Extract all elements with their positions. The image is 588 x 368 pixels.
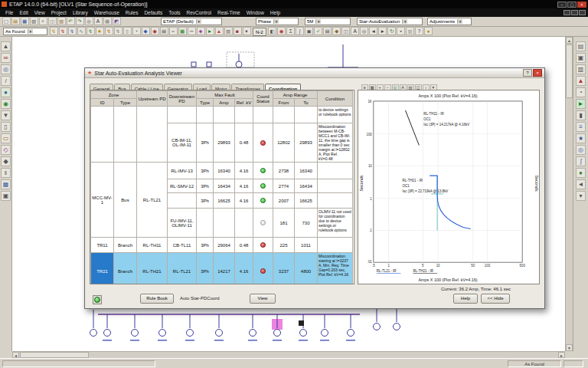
reliability-icon[interactable]: ◔ xyxy=(132,27,141,35)
table-cell[interactable]: 225 xyxy=(273,238,295,253)
rule-book-button[interactable]: Rule Book xyxy=(140,294,174,304)
vertical-scrollbar[interactable]: ▲ ▼ xyxy=(565,37,573,351)
refresh-icon[interactable]: ↻ xyxy=(387,27,396,35)
cell-zone-type[interactable]: Bus xyxy=(114,163,137,238)
table-cell[interactable]: 12802 xyxy=(273,123,295,163)
column-header-from[interactable]: From xyxy=(273,99,295,107)
cell-zone-id[interactable]: TR11 xyxy=(91,238,114,253)
short-circuit-icon[interactable]: ↯ xyxy=(59,27,67,35)
horizontal-scroll-thumb[interactable] xyxy=(20,352,89,358)
device-settings-icon[interactable]: ▣ xyxy=(305,27,313,35)
column-header-upstream-pd[interactable]: Upstream PD xyxy=(137,91,168,107)
table-cell[interactable]: 14217 xyxy=(214,253,235,285)
generator-element-icon[interactable]: ◉ xyxy=(1,99,11,109)
cable-element-icon[interactable]: / xyxy=(1,76,11,86)
hide-button[interactable]: << Hide xyxy=(481,294,510,304)
run-analysis-icon[interactable]: ► xyxy=(576,99,586,109)
cell-coord-status[interactable] xyxy=(253,209,273,238)
table-cell[interactable]: 3Ph xyxy=(197,163,214,179)
revision-combo[interactable]: As Found ▾ xyxy=(3,28,47,35)
sequence-viewer-icon[interactable]: ≡ xyxy=(576,122,586,132)
rule-check-icon[interactable]: ✓ xyxy=(314,27,322,35)
dialog-help-icon[interactable]: ? xyxy=(523,69,532,77)
table-cell[interactable]: 29893 xyxy=(295,123,318,163)
close-icon[interactable]: × xyxy=(577,2,586,8)
column-header-to[interactable]: To xyxy=(295,99,318,107)
capacitor-element-icon[interactable]: ‖ xyxy=(1,168,11,178)
pin-icon[interactable]: ● xyxy=(424,27,433,35)
cell-coord-status[interactable] xyxy=(253,123,273,163)
display-options-icon[interactable]: ◧ xyxy=(268,27,276,35)
table-cell[interactable]: 3Ph xyxy=(197,123,214,163)
column-header-max-fault[interactable]: Max Fault xyxy=(197,91,253,99)
cell-downstream-pd[interactable]: RL-IMV-13 xyxy=(168,163,197,179)
composite-network-icon[interactable]: ▦ xyxy=(1,179,11,189)
cell-coord-status[interactable] xyxy=(253,193,273,209)
cut-icon[interactable]: × xyxy=(39,17,47,25)
table-row-tr11[interactable]: TR11BranchRL-TH11CB-TL113Ph290640.482251… xyxy=(91,238,353,253)
fuse-element-icon[interactable]: ▭ xyxy=(1,133,11,143)
table-cell[interactable]: 3Ph xyxy=(197,238,214,253)
minimize-icon[interactable]: ─ xyxy=(557,2,567,8)
column-header-ref-kv[interactable]: Ref. kV xyxy=(235,99,253,107)
breaker-element-icon[interactable]: ▯ xyxy=(1,122,11,132)
adjustments-combo[interactable]: Adjustments ▾ xyxy=(427,18,472,25)
table-cell[interactable]: 16625 xyxy=(295,193,318,209)
previous-icon[interactable]: ◄ xyxy=(369,27,377,35)
cell-downstream-pd[interactable] xyxy=(168,107,197,123)
column-header-condition[interactable]: Condition xyxy=(318,91,353,107)
column-header-fault-type[interactable]: Type xyxy=(197,99,214,107)
report-manager-icon[interactable]: ▥ xyxy=(576,64,586,74)
cell-zone-id[interactable]: TR21 xyxy=(91,253,114,285)
cell-upstream-pd[interactable]: RL-TH21 xyxy=(137,253,168,285)
menu-window[interactable]: Window xyxy=(243,10,267,15)
cell-coord-status[interactable] xyxy=(253,253,273,285)
table-cell[interactable] xyxy=(235,107,253,123)
cell-condition[interactable]: OLIMV-11 not used for coordination due t… xyxy=(318,209,353,238)
cell-upstream-pd[interactable] xyxy=(137,107,168,163)
menu-revcontrol[interactable]: RevControl xyxy=(183,10,214,15)
edit-study-case-icon[interactable]: ▣ xyxy=(576,53,586,63)
new-icon[interactable]: ▢ xyxy=(2,17,11,25)
horizontal-scrollbar[interactable]: ◄ ► xyxy=(12,351,565,358)
table-cell[interactable]: 3Ph xyxy=(197,193,214,209)
alert-view-icon[interactable]: ▲ xyxy=(576,76,586,86)
normalizing-icon[interactable]: ◎ xyxy=(576,145,586,155)
cell-downstream-pd[interactable]: FU-IMV-11, OLIMV-11 xyxy=(168,209,197,238)
cell-downstream-pd[interactable]: RL-TL21 xyxy=(168,253,197,285)
star-view-icon[interactable]: ★ xyxy=(576,133,586,143)
table-cell[interactable]: 4.16 xyxy=(235,193,253,209)
table-cell[interactable]: 29064 xyxy=(214,238,235,253)
table-cell[interactable]: 16434 xyxy=(214,179,235,193)
scroll-right-icon[interactable]: ► xyxy=(558,352,565,358)
vertical-scroll-thumb[interactable] xyxy=(566,44,573,98)
cell-condition[interactable]: Miscoordination starting at I=3237 A, Mi… xyxy=(318,253,353,285)
table-cell[interactable] xyxy=(318,179,353,193)
tcc-curve-icon[interactable]: ∫ xyxy=(296,27,304,35)
table-cell[interactable]: 0.48 xyxy=(235,238,253,253)
cell-downstream-pd[interactable] xyxy=(168,193,197,209)
load-element-icon[interactable]: ▼ xyxy=(1,110,11,120)
cable-pulling-icon[interactable]: ≈ xyxy=(169,27,178,35)
column-header-zone[interactable]: Zone xyxy=(91,91,137,99)
table-cell[interactable] xyxy=(318,238,353,253)
oneline-canvas[interactable]: ★ Star Auto-Evaluation Analysis Viewer ?… xyxy=(12,37,565,351)
save-icon[interactable]: ▦ xyxy=(21,17,29,25)
help-icon[interactable]: ? xyxy=(415,27,423,35)
table-cell[interactable] xyxy=(214,107,235,123)
wizard-icon[interactable]: ◆ xyxy=(332,27,341,35)
mdi-minimize-icon[interactable] xyxy=(564,10,570,15)
tcc-view-icon[interactable]: ∫ xyxy=(576,156,586,166)
table-cell[interactable]: 0.48 xyxy=(235,123,253,163)
result-analyzer-icon[interactable]: ◔ xyxy=(576,87,586,97)
table-cell[interactable]: 181 xyxy=(273,209,295,238)
mdi-close-icon[interactable] xyxy=(579,10,586,15)
alert-icon[interactable]: ▲ xyxy=(215,27,224,35)
table-cell[interactable] xyxy=(318,193,353,209)
tcc-plot[interactable]: Amps X 100 (Plot Ref. kV=4.16) Amps X 10… xyxy=(358,90,539,284)
table-cell[interactable]: 16434 xyxy=(295,179,318,193)
transformer-element-icon[interactable]: ◎ xyxy=(1,64,11,74)
table-cell[interactable]: 16625 xyxy=(214,193,235,209)
table-cell[interactable]: 4.16 xyxy=(235,179,253,193)
online-data-icon[interactable]: ● xyxy=(576,168,586,178)
